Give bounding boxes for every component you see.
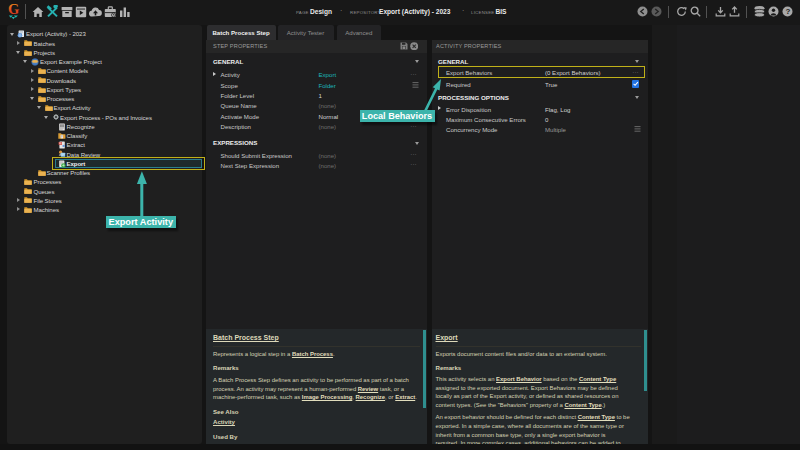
svg-text:G: G: [8, 3, 19, 17]
svg-text:?: ?: [786, 7, 791, 16]
